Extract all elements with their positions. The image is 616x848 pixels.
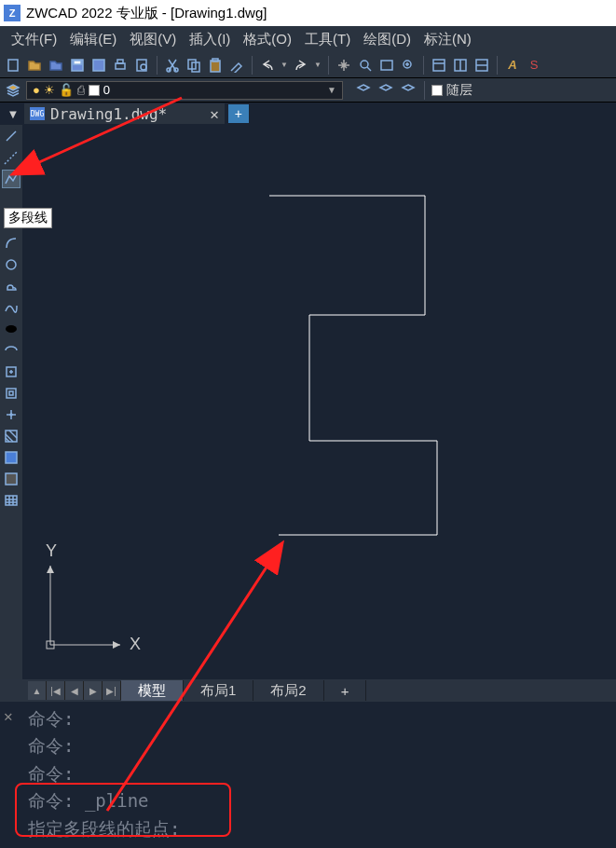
tab-nav-last-icon[interactable]: ▶| [103,681,121,700]
svg-line-27 [5,151,18,164]
app-logo-icon: Z [4,5,21,21]
tab-model[interactable]: 模型 [121,680,184,701]
polygon-tool-icon[interactable]: 多段线 [2,191,21,210]
cloud-tool-icon[interactable] [2,277,21,295]
menu-edit[interactable]: 编辑(E) [64,29,122,50]
ucs-icon: X Y [46,541,141,653]
svg-line-41 [9,431,17,438]
svg-rect-5 [117,60,123,63]
layer-bulb-icon: ● [33,83,40,97]
svg-rect-18 [381,61,392,70]
svg-text:Y: Y [46,541,57,560]
redo-dropdown-icon[interactable]: ▼ [313,56,322,75]
svg-rect-34 [9,391,13,395]
line-tool-icon[interactable] [2,127,21,145]
spline-tool-icon[interactable] [2,298,21,317]
menu-file[interactable]: 文件(F) [6,29,62,50]
command-window[interactable]: ✕ 命令: 命令: 命令: 命令: _pline 指定多段线的起点: [0,702,616,846]
zoom-window-icon[interactable] [377,56,396,75]
insert-block-icon[interactable] [2,362,21,381]
save-as-icon[interactable] [89,56,108,75]
region-tool-icon[interactable] [2,470,21,488]
ellipse-arc-tool-icon[interactable] [2,341,21,360]
properties-icon[interactable] [430,56,448,75]
match-prop-icon[interactable] [227,56,246,75]
text-style-icon[interactable]: A [503,56,522,75]
new-tab-button[interactable]: + [228,104,249,123]
pan-icon[interactable] [335,56,353,75]
command-line: 命令: [28,760,609,787]
menu-view[interactable]: 视图(V) [124,29,182,50]
layer-state-icon[interactable] [376,81,395,100]
bylayer-color[interactable]: 随层 [446,82,472,99]
menu-insert[interactable]: 插入(I) [184,29,236,50]
open-file-icon[interactable] [25,56,44,75]
make-block-icon[interactable] [2,384,21,403]
tabs-dropdown-icon[interactable]: ▼ [6,107,21,121]
open-cloud-icon[interactable] [47,56,65,75]
polyline-tool-icon[interactable] [2,170,21,188]
construction-line-icon[interactable] [2,148,21,167]
hatch-tool-icon[interactable] [2,427,21,445]
new-file-icon[interactable] [4,56,22,75]
copy-icon[interactable] [185,56,203,75]
redo-icon[interactable] [292,56,310,75]
undo-icon[interactable] [258,56,277,75]
tab-layout1[interactable]: 布局1 [184,680,253,701]
main-toolbar: ▼ ▼ A S [0,52,616,78]
tooltip: 多段线 [4,208,52,228]
caret-down-icon: ▼ [327,85,336,95]
separator [157,56,157,75]
color-swatch[interactable] [431,85,443,96]
layer-manager-icon[interactable] [4,81,22,100]
point-tool-icon[interactable] [2,405,21,424]
paste-icon[interactable] [206,56,225,75]
layer-iso-icon[interactable] [399,81,418,100]
print-icon[interactable] [111,56,130,75]
file-tab-active[interactable]: DWG Drawing1.dwg* ✕ [24,103,225,124]
tab-add-layout[interactable]: + [324,680,367,701]
ellipse-tool-icon[interactable] [2,320,21,338]
svg-rect-42 [6,452,17,463]
separator [252,56,253,75]
menu-format[interactable]: 格式(O) [238,29,297,50]
polyline-shape [269,196,437,535]
menu-tools[interactable]: 工具(T) [299,29,356,50]
menu-draw[interactable]: 绘图(D) [358,29,417,50]
zoom-icon[interactable] [356,56,375,75]
close-tab-icon[interactable]: ✕ [210,105,219,123]
tab-nav-up-icon[interactable]: ▲ [28,681,47,700]
menu-bar: 文件(F) 编辑(E) 视图(V) 插入(I) 格式(O) 工具(T) 绘图(D… [0,26,616,52]
tab-layout2[interactable]: 布局2 [253,680,323,701]
tab-nav-prev-icon[interactable]: ◀ [65,681,84,700]
tab-nav-first-icon[interactable]: |◀ [47,681,65,700]
print-preview-icon[interactable] [132,56,151,75]
command-line: 指定多段线的起点: [28,815,609,842]
arc-tool-icon[interactable] [2,234,21,253]
design-center-icon[interactable] [451,56,470,75]
tool-palette-icon[interactable] [472,56,491,75]
zoom-prev-icon[interactable] [399,56,418,75]
gradient-tool-icon[interactable] [2,448,21,467]
separator [423,56,424,75]
layout-tabs: ▲ |◀ ◀ ▶ ▶| 模型 布局1 布局2 + [0,679,616,702]
menu-annotate[interactable]: 标注(N) [418,29,477,50]
svg-marker-52 [47,566,54,573]
table-tool-icon[interactable] [2,491,21,510]
cut-icon[interactable] [163,56,182,75]
command-line: 命令: [28,705,609,732]
svg-rect-33 [7,389,16,398]
dim-style-icon[interactable]: S [525,56,543,75]
save-icon[interactable] [68,56,87,75]
layer-prev-icon[interactable] [354,81,373,100]
drawing-canvas[interactable]: X Y [22,125,616,679]
layer-print-icon: ⎙ [77,83,85,97]
circle-tool-icon[interactable] [2,255,21,274]
layer-dropdown[interactable]: ● ☀ 🔓 ⎙ 0 ▼ [26,81,343,100]
undo-dropdown-icon[interactable]: ▼ [280,56,289,75]
close-command-icon[interactable]: ✕ [4,705,13,729]
window-title: ZWCAD 2022 专业版 - [Drawing1.dwg] [26,5,267,22]
tab-nav-next-icon[interactable]: ▶ [84,681,103,700]
svg-rect-14 [211,61,220,72]
svg-text:X: X [130,635,141,653]
